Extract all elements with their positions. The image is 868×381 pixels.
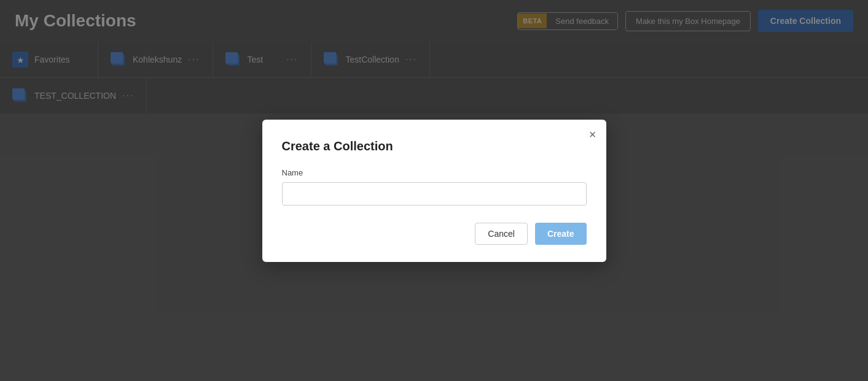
name-label: Name <box>282 168 587 177</box>
create-collection-modal: × Create a Collection Name Cancel Create <box>262 120 606 262</box>
modal-overlay: × Create a Collection Name Cancel Create <box>0 0 868 381</box>
modal-close-button[interactable]: × <box>589 128 596 140</box>
cancel-button[interactable]: Cancel <box>475 223 528 245</box>
create-button[interactable]: Create <box>535 223 587 245</box>
modal-title: Create a Collection <box>282 139 587 153</box>
collection-name-input[interactable] <box>282 182 587 206</box>
modal-actions: Cancel Create <box>282 223 587 245</box>
